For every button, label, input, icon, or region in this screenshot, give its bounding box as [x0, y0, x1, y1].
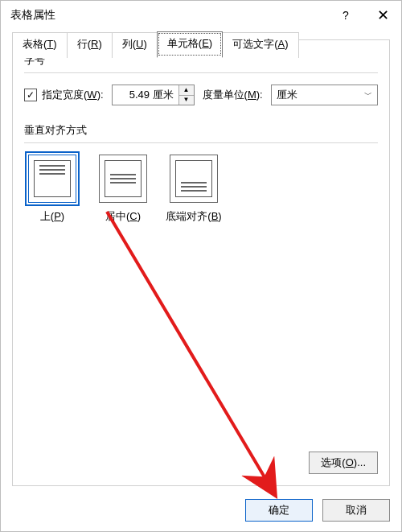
checkbox-icon: ✓	[24, 89, 37, 101]
group-valign-label: 垂直对齐方式	[24, 123, 378, 138]
valign-options: 上(P) 居中(C)	[24, 155, 378, 224]
tab-alttext[interactable]: 可选文字(A)	[222, 32, 298, 58]
close-icon[interactable]: ✕	[364, 8, 401, 23]
spinner-up-icon[interactable]: ▲	[179, 85, 194, 96]
width-spinner[interactable]: ▲ ▼	[112, 85, 195, 105]
tab-bar: 表格(T) 行(R) 列(U) 单元格(E) 可选文字(A)	[12, 31, 298, 57]
tab-cell[interactable]: 单元格(E)	[157, 31, 223, 57]
divider	[24, 142, 378, 143]
valign-center-icon	[99, 155, 147, 203]
unit-label: 度量单位(M):	[203, 88, 263, 102]
chevron-down-icon: ﹀	[364, 89, 372, 101]
tab-row[interactable]: 行(R)	[67, 32, 113, 58]
valign-top[interactable]: 上(P)	[24, 155, 80, 224]
divider	[24, 72, 378, 73]
ok-button[interactable]: 确定	[245, 499, 313, 522]
options-button[interactable]: 选项(O)...	[309, 452, 378, 474]
dialog-body: 字号 ✓ 指定宽度(W): ▲ ▼ 度量单位(M): 厘米	[12, 39, 390, 486]
spinner-buttons: ▲ ▼	[178, 85, 194, 105]
preferred-width-checkbox[interactable]: ✓ 指定宽度(W):	[24, 88, 104, 102]
dialog-title: 表格属性	[10, 8, 327, 23]
help-icon[interactable]: ?	[327, 9, 364, 22]
valign-bottom[interactable]: 底端对齐(B)	[166, 155, 222, 224]
spinner-down-icon[interactable]: ▼	[179, 96, 194, 105]
unit-select[interactable]: 厘米 ﹀	[271, 85, 378, 105]
dialog-footer: 确定 取消	[245, 499, 390, 522]
width-input[interactable]	[113, 85, 178, 105]
unit-value: 厘米	[277, 88, 297, 102]
tab-column[interactable]: 列(U)	[112, 32, 158, 58]
cancel-button[interactable]: 取消	[322, 499, 390, 522]
table-properties-dialog: 表格属性 ? ✕ 表格(T) 行(R) 列(U) 单元格(E) 可选文字(A) …	[0, 0, 402, 532]
valign-top-icon	[28, 155, 76, 203]
valign-center[interactable]: 居中(C)	[95, 155, 151, 224]
valign-bottom-icon	[170, 155, 218, 203]
tab-table[interactable]: 表格(T)	[12, 32, 68, 58]
titlebar: 表格属性 ? ✕	[1, 1, 401, 30]
size-row: ✓ 指定宽度(W): ▲ ▼ 度量单位(M): 厘米 ﹀	[24, 85, 378, 105]
